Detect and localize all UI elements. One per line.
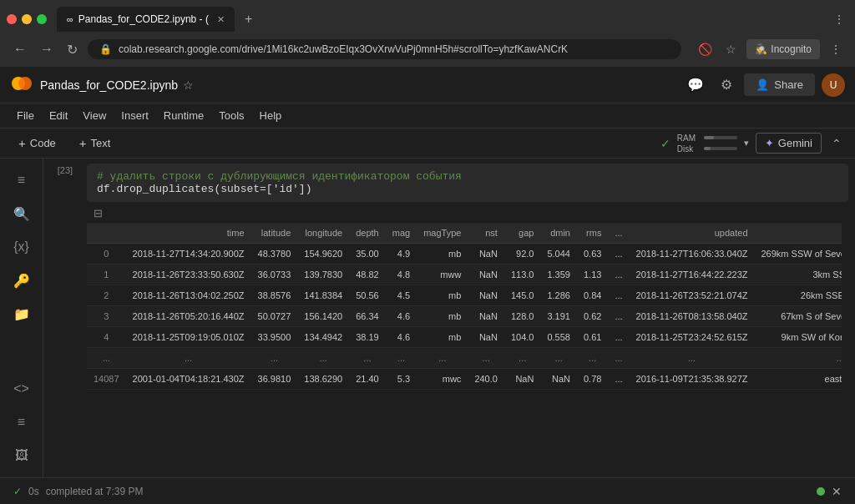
code-cell-23: [23] # удалить строки с дублирующимся ид… [43,159,855,393]
code-comment: # удалить строки с дублирующимся идентиф… [97,170,462,183]
output-toolbar: ⊟ [87,204,848,223]
sidebar-terminal-icon[interactable]: ≡ [5,407,38,437]
col-nst: nst [468,223,504,244]
cell-longitude: 139.7830 [297,265,349,285]
add-code-button[interactable]: + Code [10,133,64,154]
cell-updated: 2018-11-26T08:13:58.040Z [630,306,755,327]
camera-off-icon[interactable]: 🚫 [695,39,716,59]
cell-mag: 5.3 [386,369,417,390]
cell-magtype: mb [417,285,468,306]
cell-sidebar: [23] [43,162,87,175]
cell-idx: 1 [87,265,126,285]
maximize-traffic-light[interactable] [37,14,47,24]
cell-updated: 2016-11-09T21:35:38.927Z [630,369,755,390]
cell-latitude: 50.0727 [251,306,298,327]
tab-close-button[interactable]: ✕ [217,14,225,25]
col-updated: updated [630,223,755,244]
browser-more-button[interactable]: ⋮ [827,39,845,59]
menu-bar: File Edit View Insert Runtime Tools Help [0,103,855,129]
sidebar-code-icon[interactable]: <> [5,374,38,404]
runtime-dropdown[interactable]: ▾ [744,138,749,149]
filter-icon[interactable]: ⊟ [94,207,103,219]
sidebar-image-icon[interactable]: 🖼 [5,441,38,471]
nav-back-button[interactable]: ← [10,38,30,60]
add-text-button[interactable]: + Text [71,133,119,154]
col-ellipsis: ... [608,223,629,244]
nav-refresh-button[interactable]: ↻ [63,38,81,61]
table-body: 0 2018-11-27T14:34:20.900Z 48.3780 154.9… [87,244,842,390]
sidebar-files-icon[interactable]: 📁 [5,299,38,329]
menu-view[interactable]: View [76,107,113,124]
settings-button[interactable]: ⚙ [716,72,737,98]
active-tab[interactable]: ∞ Pandas_for_CODE2.ipynb - ( ✕ [57,7,235,32]
menu-file[interactable]: File [10,107,41,124]
comment-button[interactable]: 💬 [682,72,709,98]
code-cell-wrapper[interactable]: # удалить строки с дублирующимся идентиф… [87,164,848,202]
cell-magtype: mb [417,244,468,265]
share-label: Share [774,78,803,91]
cell-depth: 48.82 [349,265,386,285]
menu-help[interactable]: Help [253,107,289,124]
cell-magtype: mb [417,327,468,348]
main-content: ≡ 🔍 {x} 🔑 📁 <> ≡ 🖼 [23] # удалить строки… [0,159,855,477]
cell-magtype: mwc [417,369,468,390]
close-traffic-light[interactable] [7,14,17,24]
col-latitude: latitude [251,223,298,244]
cell-time: 2001-01-04T04:18:21.430Z [126,369,251,390]
cell-longitude: 156.1420 [297,306,349,327]
url-text: colab.research.google.com/drive/1Mi16kc2… [119,43,670,55]
status-close-button[interactable]: ✕ [832,485,842,498]
star-icon[interactable]: ☆ [183,78,194,92]
status-bar: ✓ 0s completed at 7:39 PM ✕ [0,477,855,504]
incognito-label: Incognito [771,43,812,55]
cell-idx: 14087 [87,369,126,390]
cell-nst: NaN [468,306,504,327]
collapse-button[interactable]: ⌃ [828,134,845,154]
disk-label: Disk [677,144,701,154]
cell-ellipsis: ... [608,285,629,306]
cell-gap: 104.0 [504,327,541,348]
nav-forward-button[interactable]: → [37,38,57,60]
output-area: ⊟ time latitude longitude [87,204,848,390]
sidebar-search-icon[interactable]: 🔍 [5,199,38,229]
minimize-traffic-light[interactable] [22,14,32,24]
menu-insert[interactable]: Insert [114,107,155,124]
dataframe-table-container: time latitude longitude depth mag magTyp… [87,223,842,390]
cell-depth: 35.00 [349,244,386,265]
ram-disk-indicator: RAM Disk [677,134,737,154]
cell-nst: NaN [468,327,504,348]
cell-magtype: mww [417,265,468,285]
sidebar-secrets-icon[interactable]: 🔑 [5,265,38,295]
new-tab-button[interactable]: + [238,8,259,30]
menu-runtime[interactable]: Runtime [157,107,210,124]
share-button[interactable]: 👤 Share [744,73,815,96]
cell-gap: 113.0 [504,265,541,285]
status-time: 0s [28,486,39,497]
user-avatar[interactable]: U [822,73,845,97]
cell-depth: 66.34 [349,306,386,327]
cell-time: 2018-11-26T05:20:16.440Z [126,306,251,327]
notebook-area[interactable]: [23] # удалить строки с дублирующимся ид… [43,159,855,477]
cell-place: 9km SW of Komatsushima, Japan [755,327,842,348]
cell-ellipsis: ... [608,327,629,348]
table-header-row: time latitude longitude depth mag magTyp… [87,223,842,244]
cell-updated: 2018-11-27T16:06:33.040Z [630,244,755,265]
table-row: 4 2018-11-25T09:19:05.010Z 33.9500 134.4… [87,327,842,348]
bookmark-button[interactable]: ☆ [722,39,740,59]
menu-tools[interactable]: Tools [212,107,250,124]
col-rms: rms [577,223,608,244]
sidebar-menu-icon[interactable]: ≡ [5,165,38,195]
menu-edit[interactable]: Edit [43,107,74,124]
browser-menu-button[interactable]: ⋮ [830,9,848,29]
cell-longitude: 141.8384 [297,285,349,306]
gemini-button[interactable]: ✦ Gemini [756,133,822,154]
cell-updated: 2018-11-25T23:24:52.615Z [630,327,755,348]
col-longitude: longitude [297,223,349,244]
colab-logo-svg [10,72,33,95]
incognito-button[interactable]: 🕵 Incognito [746,39,820,59]
sidebar-variables-icon[interactable]: {x} [5,232,38,262]
col-magtype: magType [417,223,468,244]
cell-ellipsis: ... [608,244,629,265]
url-bar[interactable]: 🔒 colab.research.google.com/drive/1Mi16k… [88,39,681,59]
cell-dmin: 1.359 [540,265,577,285]
